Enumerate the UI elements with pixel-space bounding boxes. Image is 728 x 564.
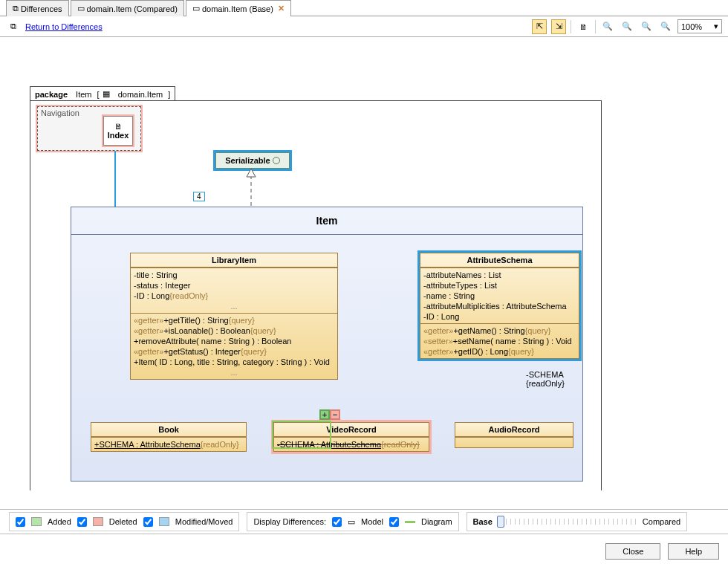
class-libraryitem[interactable]: LibraryItem -title : String -status : In… [130,253,338,380]
chevron-down-icon: ▾ [714,22,718,31]
nav-toggle-2-icon[interactable]: ⇲ [551,19,566,34]
toolbar: ⧉ Return to Differences ⇱ ⇲ 🗎 🔍 🔍 🔍 🔍 10… [0,16,728,37]
class-attributeschema[interactable]: AttributeSchema -attributeNames : List -… [420,253,579,359]
help-button[interactable]: Help [668,543,719,560]
change-count-badge: 4 [193,192,205,201]
zoom-fit-icon[interactable]: 🔍 [639,19,654,34]
class-book[interactable]: Book +SCHEMA : AttributeSchema{readOnly} [91,422,247,452]
deleted-marker-icon: − [330,409,340,420]
class-title: VideoRecord [274,423,429,437]
tab-differences[interactable]: ⧉ Differences [6,0,69,16]
modified-checkbox[interactable] [143,517,153,527]
assoc-end-label: -SCHEMA {readOnly} [526,370,565,388]
slider-base-label: Base [473,517,493,526]
class-title: Book [91,423,246,437]
attributes: -title : String -status : Integer -ID : … [131,268,337,313]
diff-markers: + − [319,409,340,420]
operations: «getter»+getTitle() : String{query} «get… [131,313,337,379]
model-icon: ▭ [348,517,355,527]
diagram-icon [405,521,415,523]
attributes: -attributeNames : List -attributeTypes :… [420,268,579,323]
class-title: AudioRecord [455,423,573,437]
model-checkbox[interactable] [332,517,342,527]
diagram-checkbox[interactable] [389,517,399,527]
dialog-buttons: Close Help [605,543,719,560]
item-frame-title: Item [71,207,582,235]
zoom-out-icon[interactable]: 🔍 [620,19,634,34]
class-audiorecord[interactable]: AudioRecord [455,422,573,448]
deleted-swatch [93,517,103,526]
tab-compared[interactable]: ▭ domain.Item (Compared) [71,0,184,16]
slider-thumb[interactable] [497,516,504,528]
legend-slider: Base Compared [467,512,688,531]
close-button[interactable]: Close [605,543,660,560]
slider-compared-label: Compared [643,517,680,526]
return-link[interactable]: Return to Differences [25,22,103,31]
diff-icon: ⧉ [13,4,19,13]
attributes [455,437,573,447]
added-checkbox[interactable] [16,517,25,527]
diagram-icon: ▭ [192,4,200,13]
zoom-actual-icon[interactable]: 🔍 [658,19,673,34]
added-marker-icon: + [319,409,330,420]
attributes: +SCHEMA : AttributeSchema{readOnly} [91,437,246,451]
legend-bar: Added Deleted Modified/Moved Display Dif… [0,509,728,534]
nav-toggle-1-icon[interactable]: ⇱ [532,19,547,34]
svg-marker-1 [247,169,256,177]
diagram-icon: ▭ [77,4,85,13]
class-videorecord[interactable]: VideoRecord -SCHEMA : AttributeSchema{re… [273,422,429,452]
close-tab-icon[interactable]: ✕ [278,4,285,13]
version-slider[interactable] [497,519,638,525]
added-swatch [31,517,42,526]
class-title: LibraryItem [131,253,337,268]
legend-colors: Added Deleted Modified/Moved [9,512,239,531]
operations: «getter»+getName() : String{query} «sett… [420,323,579,358]
attributes: -SCHEMA : AttributeSchema{readOnly} [274,437,429,451]
class-title: AttributeSchema [420,253,579,268]
deleted-checkbox[interactable] [77,517,87,527]
editor-tabbar: ⧉ Differences ▭ domain.Item (Compared) ▭… [0,0,728,16]
modified-swatch [159,517,169,526]
zoom-in-icon[interactable]: 🔍 [600,19,615,34]
tab-base[interactable]: ▭ domain.Item (Base)✕ [186,0,291,16]
print-icon[interactable]: 🗎 [576,19,591,34]
legend-display: Display Differences: ▭Model Diagram [247,512,458,531]
zoom-combo[interactable]: 100%▾ [677,19,722,33]
diagram-canvas[interactable]: package Item [▦ domain.Item ] Navigation… [0,37,728,490]
return-icon[interactable]: ⧉ [6,19,21,34]
